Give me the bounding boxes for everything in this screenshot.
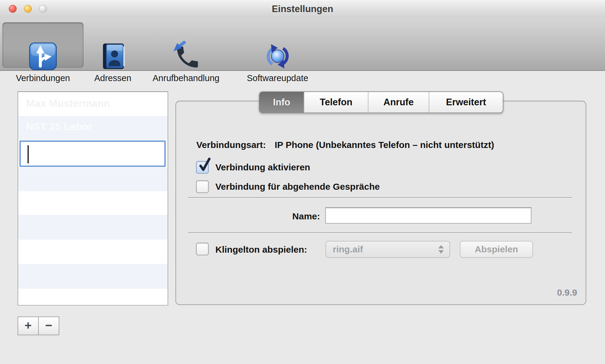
text-caret	[28, 145, 29, 163]
list-item[interactable]	[18, 289, 168, 305]
ringtone-select[interactable]: ring.aif	[325, 241, 450, 258]
list-item-label: Max Mustermann	[18, 92, 168, 109]
ringtone-checkbox[interactable]	[196, 243, 209, 255]
name-input[interactable]	[325, 207, 531, 224]
connection-type-label: Verbindungsart:	[196, 140, 266, 150]
enable-connection-label: Verbindung aktivieren	[215, 162, 310, 172]
toolbar-label: Softwareupdate	[234, 73, 321, 83]
toolbar-label: Verbindungen	[2, 73, 83, 83]
toolbar-item-adressen[interactable]: Adressen	[87, 40, 139, 85]
list-item-label: NST 25 Labor	[18, 116, 168, 133]
popup-stepper-icon	[436, 245, 450, 254]
list-item[interactable]	[18, 264, 168, 289]
enable-connection-checkbox[interactable]	[196, 161, 209, 174]
add-connection-button[interactable]: +	[18, 316, 39, 335]
toolbar-label: Anrufbehandlung	[142, 73, 230, 83]
directions-sign-icon	[2, 40, 83, 73]
outgoing-calls-checkbox[interactable]	[196, 180, 209, 193]
tab-erweitert[interactable]: Erweitert	[429, 92, 503, 113]
name-label: Name:	[257, 211, 320, 221]
toolbar-item-anrufbehandlung[interactable]: Anrufbehandlung	[142, 40, 230, 85]
list-item-editing	[18, 140, 168, 168]
remove-connection-button[interactable]: −	[38, 316, 59, 335]
connection-type-value: IP Phone (Unbekanntes Telefon – nicht un…	[275, 140, 494, 150]
window-title: Einstellungen	[0, 4, 605, 15]
software-update-icon	[234, 40, 321, 73]
connection-list: Max Mustermann NST 25 Labor	[18, 91, 168, 306]
toolbar-item-verbindungen[interactable]: Verbindungen	[2, 40, 83, 85]
ringtone-label: Klingelton abspielen:	[215, 244, 307, 255]
list-item[interactable]	[18, 168, 168, 191]
list-item[interactable]	[18, 191, 168, 215]
checkmark-icon	[198, 157, 211, 174]
separator	[188, 197, 572, 198]
toolbar-label: Adressen	[87, 73, 139, 83]
list-item[interactable]	[18, 215, 168, 240]
tab-info[interactable]: Info	[260, 92, 304, 113]
toolbar-item-softwareupdate[interactable]: Softwareupdate	[234, 40, 321, 85]
list-item[interactable]: NST 25 Labor	[18, 116, 168, 140]
separator	[188, 232, 572, 233]
ringtone-select-value: ring.aif	[326, 244, 436, 254]
outgoing-calls-label: Verbindung für abgehende Gespräche	[215, 182, 380, 192]
tab-bar: Info Telefon Anrufe Erweitert	[259, 91, 503, 113]
version-label: 0.9.9	[484, 287, 577, 298]
toolbar: Verbindungen Adressen	[0, 18, 605, 71]
preferences-window: { "window": { "title": "Einstellungen", …	[0, 0, 605, 364]
address-book-icon	[87, 40, 139, 73]
settings-pane	[175, 101, 586, 305]
phone-incoming-icon	[142, 40, 230, 73]
list-item[interactable]	[18, 240, 168, 264]
play-ringtone-button[interactable]: Abspielen	[460, 241, 533, 258]
list-item[interactable]: Max Mustermann	[18, 92, 168, 116]
tab-telefon[interactable]: Telefon	[304, 92, 368, 113]
tab-anrufe[interactable]: Anrufe	[368, 92, 429, 113]
title-bar: Einstellungen	[0, 0, 605, 18]
list-item-name-input[interactable]	[19, 140, 166, 167]
